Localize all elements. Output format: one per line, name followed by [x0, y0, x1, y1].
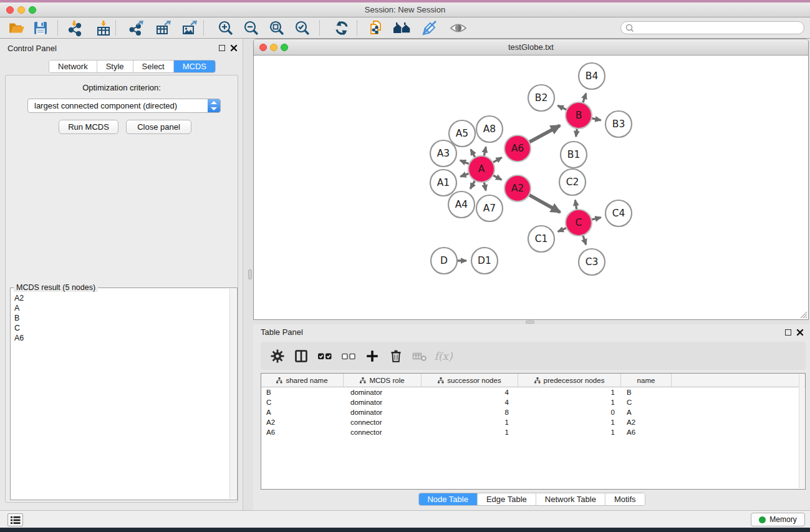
horizontal-splitter-handle[interactable]	[526, 321, 534, 324]
table-panel-tabs: Node Table Edge Table Network Table Moti…	[418, 493, 645, 506]
table-row[interactable]: Adominator80A	[261, 407, 805, 417]
resize-grip-icon[interactable]	[799, 311, 808, 319]
graph-node-C[interactable]: C	[566, 210, 592, 236]
export-network-icon[interactable]	[126, 19, 147, 37]
close-panel-icon[interactable]	[796, 329, 804, 336]
export-image-icon[interactable]	[179, 19, 200, 37]
export-table-icon[interactable]	[153, 19, 174, 37]
delete-table-icon[interactable]	[408, 346, 432, 366]
graph-node-A2[interactable]: A2	[504, 175, 531, 201]
task-history-button[interactable]	[7, 513, 23, 526]
column-header-successor-nodes[interactable]: successor nodes	[422, 374, 518, 387]
maximize-traffic-light[interactable]	[29, 6, 36, 14]
graph-node-B3[interactable]: B3	[605, 111, 632, 137]
criterion-dropdown[interactable]: largest connected component (directed)	[27, 99, 221, 113]
show-details-eye-icon[interactable]	[448, 19, 469, 37]
settings-gear-icon[interactable]	[266, 346, 289, 366]
home-view-icon[interactable]	[392, 19, 413, 37]
graph-node-A8[interactable]: A8	[476, 116, 503, 142]
tab-network-table[interactable]: Network Table	[536, 493, 605, 505]
tab-node-table[interactable]: Node Table	[418, 493, 478, 505]
zoom-fit-icon[interactable]	[266, 19, 287, 37]
column-header-name[interactable]: name	[621, 374, 672, 387]
mcds-result-item[interactable]: A	[14, 303, 229, 313]
zoom-in-icon[interactable]	[215, 19, 236, 37]
tab-style[interactable]: Style	[97, 60, 133, 72]
table-row[interactable]: Cdominator41C	[261, 397, 805, 407]
hide-annotations-icon[interactable]	[419, 19, 440, 37]
tab-mcds[interactable]: MCDS	[174, 60, 215, 72]
table-panel-title: Table Panel	[261, 327, 303, 337]
tab-select[interactable]: Select	[133, 60, 174, 72]
network-canvas[interactable]: AA1A2A3A4A5A6A7A8BB1B2B3B4CC1C2C3C4DD1	[254, 56, 808, 320]
tab-motifs[interactable]: Motifs	[605, 493, 645, 505]
table-row[interactable]: A2connector11A2	[261, 417, 805, 427]
import-table-icon[interactable]	[93, 19, 114, 37]
vertical-splitter-handle[interactable]	[248, 269, 252, 279]
graph-edge-A6-B[interactable]	[528, 125, 560, 143]
add-column-icon[interactable]	[360, 346, 384, 366]
graph-node-C2[interactable]: C2	[559, 169, 586, 195]
search-box[interactable]	[620, 21, 804, 34]
mcds-result-item[interactable]: B	[14, 313, 229, 323]
graph-node-C4[interactable]: C4	[605, 200, 632, 226]
delete-column-icon[interactable]	[384, 346, 408, 366]
zoom-selected-icon[interactable]	[292, 19, 313, 37]
graph-node-A6[interactable]: A6	[504, 135, 531, 162]
result-scrollbar[interactable]	[229, 289, 236, 499]
close-traffic-light[interactable]	[6, 6, 14, 14]
column-header-shared-name[interactable]: shared name	[261, 374, 344, 387]
duplicate-network-icon[interactable]	[365, 19, 387, 37]
deselect-all-checks-icon[interactable]	[337, 346, 360, 366]
graph-node-B2[interactable]: B2	[528, 85, 554, 111]
graph-node-A7[interactable]: A7	[476, 195, 503, 221]
mcds-result-item[interactable]: C	[14, 323, 229, 333]
close-traffic-light[interactable]	[259, 44, 267, 51]
graph-node-B4[interactable]: B4	[579, 63, 605, 89]
graph-node-A[interactable]: A	[468, 156, 494, 182]
show-columns-icon[interactable]	[289, 346, 313, 366]
table-row[interactable]: A6connector11A6	[261, 427, 805, 437]
graph-node-A5[interactable]: A5	[449, 120, 475, 147]
run-mcds-button[interactable]: Run MCDS	[59, 120, 118, 134]
open-session-icon[interactable]	[6, 19, 27, 37]
graph-node-B1[interactable]: B1	[561, 142, 587, 168]
close-panel-icon[interactable]	[230, 44, 238, 52]
apply-layout-icon[interactable]	[331, 19, 352, 37]
select-all-checks-icon[interactable]	[313, 346, 337, 366]
float-panel-icon[interactable]	[785, 329, 791, 336]
column-header-predecessor-nodes[interactable]: predecessor nodes	[518, 374, 621, 387]
float-panel-icon[interactable]	[219, 45, 225, 51]
save-session-icon[interactable]	[30, 19, 51, 37]
tab-network[interactable]: Network	[49, 60, 97, 72]
mcds-result-item[interactable]: A6	[14, 333, 229, 343]
network-window-titlebar[interactable]: testGlobe.txt	[254, 39, 808, 56]
graph-node-C3[interactable]: C3	[579, 249, 605, 275]
graph-node-A3[interactable]: A3	[430, 140, 456, 167]
graph-node-A1[interactable]: A1	[430, 170, 456, 196]
function-builder-icon[interactable]: f(x)	[432, 346, 455, 366]
graph-node-D1[interactable]: D1	[471, 248, 498, 274]
graph-node-D[interactable]: D	[431, 248, 457, 274]
search-input[interactable]	[635, 22, 804, 33]
optimization-criterion-label: Optimization criterion:	[6, 83, 238, 92]
tab-edge-table[interactable]: Edge Table	[478, 493, 536, 505]
table-row[interactable]: Bdominator41B	[261, 387, 805, 397]
import-network-icon[interactable]	[65, 19, 86, 37]
maximize-traffic-light[interactable]	[281, 44, 288, 51]
column-header-MCDS-role[interactable]: MCDS role	[344, 374, 422, 387]
graph-node-C1[interactable]: C1	[528, 226, 554, 252]
zoom-out-icon[interactable]	[241, 19, 262, 37]
mcds-result-item[interactable]: A2	[14, 293, 229, 303]
criterion-value: largest connected component (directed)	[28, 101, 208, 110]
minimize-traffic-light[interactable]	[270, 44, 277, 51]
graph-edge-A2-C[interactable]	[528, 194, 561, 212]
svg-text:D1: D1	[478, 255, 491, 266]
close-panel-button[interactable]: Close panel	[126, 120, 191, 134]
minimize-traffic-light[interactable]	[17, 6, 25, 14]
graph-node-B[interactable]: B	[566, 102, 592, 128]
memory-button[interactable]: Memory	[751, 513, 805, 526]
table-scrollbar[interactable]	[799, 374, 804, 488]
memory-status-icon	[759, 516, 766, 523]
graph-node-A4[interactable]: A4	[448, 191, 475, 218]
